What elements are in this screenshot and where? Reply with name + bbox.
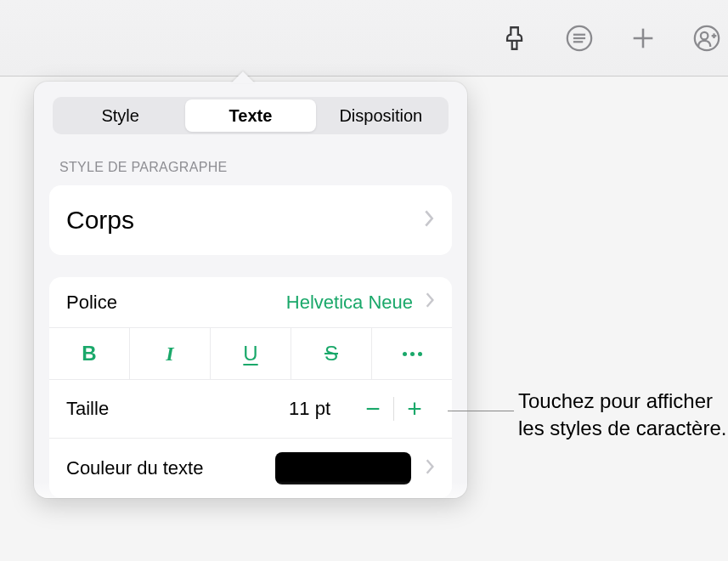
svg-point-7 bbox=[701, 32, 708, 39]
size-value: 11 pt bbox=[279, 398, 330, 420]
tab-layout[interactable]: Disposition bbox=[316, 99, 446, 132]
paragraph-style-value: Corps bbox=[66, 206, 134, 235]
font-row[interactable]: Police Helvetica Neue bbox=[49, 277, 452, 328]
text-color-label: Couleur du texte bbox=[66, 457, 203, 479]
format-brush-icon[interactable] bbox=[499, 21, 533, 55]
size-stepper: − + bbox=[353, 394, 435, 424]
text-color-swatch[interactable] bbox=[275, 452, 411, 484]
format-buttons-row: B I U S bbox=[49, 328, 452, 380]
chevron-right-icon bbox=[423, 209, 435, 231]
chevron-right-icon bbox=[425, 458, 435, 479]
font-value: Helvetica Neue bbox=[286, 292, 413, 314]
text-color-row[interactable]: Couleur du texte bbox=[49, 439, 452, 498]
font-group: Police Helvetica Neue B I U S Taille bbox=[49, 277, 452, 498]
format-panel: Style Texte Disposition Style de paragra… bbox=[34, 82, 467, 498]
paragraph-style-row[interactable]: Corps bbox=[49, 185, 452, 255]
panel-tabs: Style Texte Disposition bbox=[53, 97, 449, 134]
app-toolbar bbox=[0, 17, 728, 60]
size-decrease-button[interactable]: − bbox=[353, 394, 393, 424]
collaborate-icon[interactable] bbox=[690, 21, 724, 55]
underline-button[interactable]: U bbox=[211, 328, 291, 379]
size-increase-button[interactable]: + bbox=[394, 394, 435, 424]
tab-text[interactable]: Texte bbox=[185, 99, 315, 132]
ellipsis-icon bbox=[403, 352, 422, 356]
size-label: Taille bbox=[66, 398, 109, 420]
size-row: Taille 11 pt − + bbox=[49, 380, 452, 439]
callout-text: Touchez pour afficher les styles de cara… bbox=[518, 388, 728, 443]
callout-line bbox=[448, 411, 514, 411]
list-icon[interactable] bbox=[562, 21, 596, 55]
font-label: Police bbox=[66, 292, 117, 314]
bold-button[interactable]: B bbox=[49, 328, 130, 379]
paragraph-style-header: Style de paragraphe bbox=[34, 150, 467, 185]
strikethrough-button[interactable]: S bbox=[291, 328, 372, 379]
italic-button[interactable]: I bbox=[130, 328, 211, 379]
more-button[interactable] bbox=[372, 328, 452, 379]
tab-style[interactable]: Style bbox=[55, 99, 185, 132]
plus-icon[interactable] bbox=[626, 21, 660, 55]
chevron-right-icon bbox=[425, 292, 435, 314]
